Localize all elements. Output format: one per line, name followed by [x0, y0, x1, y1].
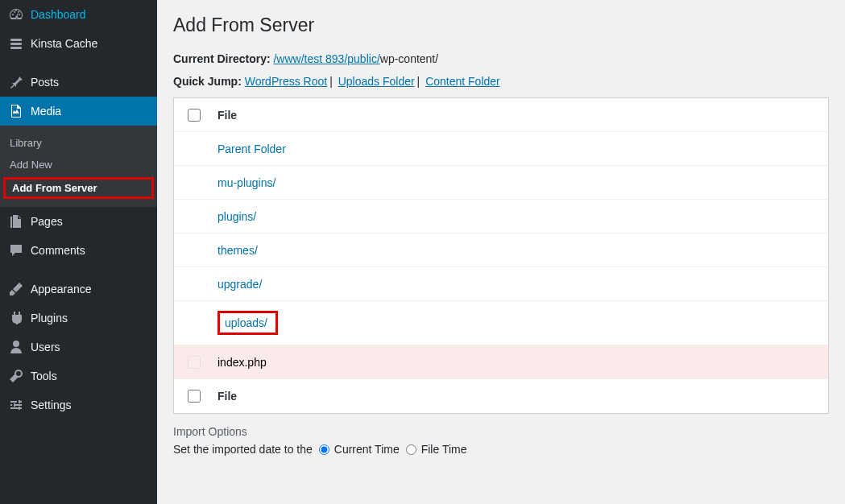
- folder-upgrade[interactable]: upgrade/: [217, 278, 262, 291]
- file-checkbox-disabled: [188, 356, 201, 369]
- sidebar-label: Plugins: [31, 312, 68, 324]
- brush-icon: [8, 281, 24, 297]
- submenu-add-new[interactable]: Add New: [0, 154, 157, 176]
- table-header: File: [174, 98, 828, 132]
- import-options: Import Options Set the imported date to …: [173, 425, 829, 456]
- dashboard-icon: [8, 6, 24, 23]
- radio-file-time[interactable]: [406, 444, 416, 455]
- svg-rect-1: [10, 43, 22, 45]
- table-row: themes/: [174, 233, 828, 267]
- file-table: File Parent Folder mu-plugins/ plugins/ …: [173, 97, 829, 414]
- radio-current-time[interactable]: [319, 444, 329, 455]
- file-time-label: File Time: [421, 443, 467, 456]
- pin-icon: [8, 74, 24, 90]
- page-title: Add From Server: [173, 14, 829, 36]
- table-row: uploads/: [174, 301, 828, 345]
- plug-icon: [8, 310, 24, 326]
- sidebar-item-media[interactable]: Media: [0, 97, 157, 126]
- quick-jump-content[interactable]: Content Folder: [425, 75, 500, 88]
- sidebar-item-comments[interactable]: Comments: [0, 236, 157, 265]
- sidebar-item-users[interactable]: Users: [0, 333, 157, 361]
- submenu-library[interactable]: Library: [0, 132, 157, 154]
- svg-rect-0: [10, 39, 22, 41]
- sidebar-separator: [0, 265, 157, 275]
- sidebar-item-settings[interactable]: Settings: [0, 390, 157, 419]
- uploads-highlight: uploads/: [217, 311, 278, 335]
- media-submenu: Library Add New Add From Server: [0, 126, 157, 207]
- submenu-add-from-server[interactable]: Add From Server: [3, 177, 154, 199]
- file-index-php: index.php: [214, 346, 828, 378]
- folder-themes[interactable]: themes/: [217, 244, 258, 257]
- table-row: plugins/: [174, 200, 828, 233]
- comment-icon: [8, 242, 24, 258]
- page-icon: [8, 213, 24, 229]
- sidebar-item-plugins[interactable]: Plugins: [0, 304, 157, 333]
- sidebar-item-tools[interactable]: Tools: [0, 361, 157, 390]
- sidebar-label: Users: [31, 341, 60, 353]
- main-content: Add From Server Current Directory: /www/…: [157, 0, 845, 504]
- sidebar-label: Settings: [31, 399, 72, 411]
- table-row: Parent Folder: [174, 132, 828, 166]
- sidebar-separator: [0, 58, 157, 68]
- select-all-top[interactable]: [188, 109, 201, 122]
- sidebar-label: Appearance: [31, 283, 92, 295]
- admin-sidebar: Dashboard Kinsta Cache Posts Media Libra…: [0, 0, 157, 504]
- sidebar-item-dashboard[interactable]: Dashboard: [0, 0, 157, 29]
- folder-plugins[interactable]: plugins/: [217, 210, 256, 223]
- wrench-icon: [8, 368, 24, 384]
- sidebar-label: Posts: [31, 76, 59, 89]
- file-column-header: File: [214, 99, 828, 131]
- import-options-title: Import Options: [173, 425, 829, 438]
- sliders-icon: [8, 397, 24, 413]
- svg-rect-2: [10, 47, 22, 49]
- sidebar-item-pages[interactable]: Pages: [0, 207, 157, 236]
- kinsta-icon: [8, 35, 24, 52]
- current-dir-link[interactable]: /www/test 893/public/: [273, 52, 379, 65]
- sidebar-label: Comments: [31, 244, 85, 257]
- quick-jump-uploads[interactable]: Uploads Folder: [338, 75, 415, 88]
- table-row: upgrade/: [174, 267, 828, 301]
- sidebar-item-appearance[interactable]: Appearance: [0, 275, 157, 304]
- import-date-label: Set the imported date to the: [173, 443, 313, 456]
- folder-uploads[interactable]: uploads/: [225, 316, 267, 329]
- sidebar-item-kinsta-cache[interactable]: Kinsta Cache: [0, 29, 157, 58]
- current-dir-tail: wp-content/: [380, 52, 438, 65]
- sidebar-label: Dashboard: [31, 8, 86, 21]
- sidebar-label: Kinsta Cache: [31, 37, 97, 50]
- user-icon: [8, 339, 24, 355]
- file-column-footer: File: [214, 380, 828, 412]
- current-time-label: Current Time: [334, 443, 400, 456]
- current-dir-label: Current Directory:: [173, 52, 271, 65]
- sidebar-label: Pages: [31, 215, 63, 228]
- table-row: mu-plugins/: [174, 166, 828, 200]
- sidebar-item-posts[interactable]: Posts: [0, 68, 157, 97]
- parent-folder-link[interactable]: Parent Folder: [217, 143, 286, 155]
- table-row-disabled: index.php: [174, 345, 828, 379]
- current-directory: Current Directory: /www/test 893/public/…: [173, 52, 829, 65]
- quick-jump-root[interactable]: WordPress Root: [245, 75, 327, 88]
- sidebar-label: Media: [31, 105, 61, 118]
- table-footer: File: [174, 379, 828, 413]
- media-icon: [8, 103, 24, 119]
- select-all-bottom[interactable]: [188, 390, 201, 403]
- folder-mu-plugins[interactable]: mu-plugins/: [217, 176, 275, 189]
- quick-jump: Quick Jump: WordPress Root| Uploads Fold…: [173, 75, 829, 88]
- sidebar-label: Tools: [31, 370, 57, 382]
- quick-jump-label: Quick Jump:: [173, 75, 242, 88]
